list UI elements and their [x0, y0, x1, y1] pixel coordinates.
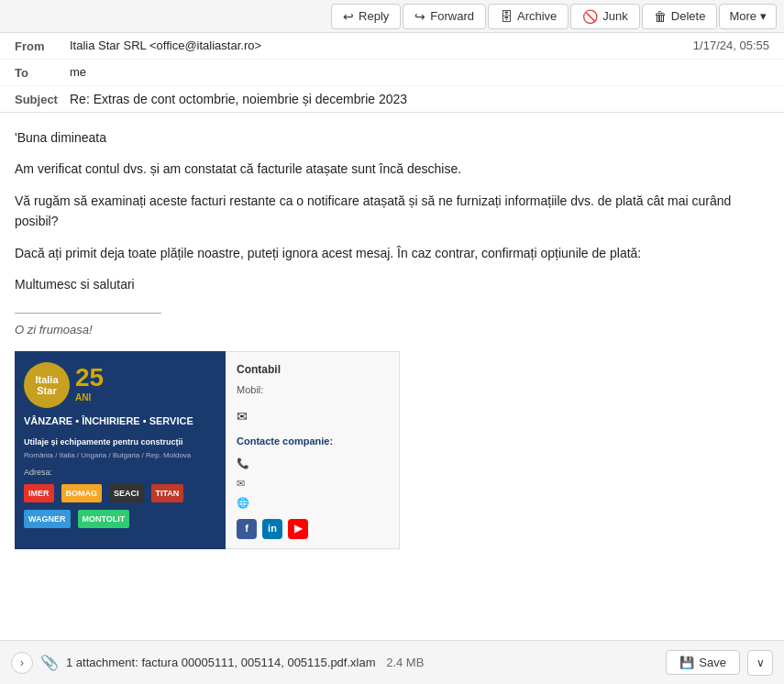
sig-address: Adresa:: [24, 466, 216, 479]
anni-number: 25: [75, 365, 104, 391]
sig-contacts-section-title: Contacte companie:: [237, 434, 388, 450]
partner-logo-montolit: MONTOLIT: [78, 510, 130, 528]
sig-tagline: O zi frumoasa!: [15, 321, 769, 340]
partner-logo-titan: TITAN: [151, 484, 184, 502]
delete-button[interactable]: 🗑 Delete: [642, 4, 718, 29]
linkedin-label: in: [268, 521, 277, 537]
social-facebook-icon[interactable]: f: [237, 519, 257, 539]
subject-value: Re: Extras de cont octombrie, noiembrie …: [70, 92, 407, 106]
email-signature: O zi frumoasa! ItaliaStar 25 ANI VÂNZARE…: [15, 313, 769, 548]
sig-contact-title: Contabil: [237, 361, 388, 379]
sig-company-title: VÂNZARE • ÎNCHIRIERE • SERVICE: [24, 414, 216, 430]
facebook-label: f: [245, 521, 248, 537]
body-para3: Dacă ați primit deja toate plățile noast…: [15, 243, 769, 263]
email-toolbar: ↩ Reply ↪ Forward 🗄 Archive 🚫 Junk 🗑 Del…: [0, 0, 784, 33]
forward-label: Forward: [430, 9, 474, 23]
email-body: 'Buna dimineata Am verificat contul dvs.…: [0, 113, 784, 623]
email-header: From Italia Star SRL <office@italiastar.…: [0, 33, 784, 113]
company-logo: ItaliaStar: [24, 362, 70, 408]
from-value: Italia Star SRL <office@italiastar.ro>: [70, 39, 693, 52]
reply-icon: ↩: [343, 9, 354, 24]
partner-logo-wagner: WAGNER: [24, 510, 71, 528]
mobile-label: Mobil:: [237, 384, 263, 395]
sig-logo-area: ItaliaStar 25 ANI: [24, 362, 216, 408]
subject-row: Subject Re: Extras de cont octombrie, no…: [0, 86, 784, 112]
partner-logo-bomag: BOMAG: [61, 484, 103, 502]
youtube-label: ▶: [294, 521, 302, 537]
more-button[interactable]: More ▾: [719, 4, 777, 29]
sig-right-panel: Contabil Mobil: ✉ Contacte companie: 📞 ✉…: [226, 351, 400, 549]
sig-social-links: f in ▶: [237, 519, 388, 539]
partner-logo-imer: IMER: [24, 484, 54, 502]
social-linkedin-icon[interactable]: in: [262, 519, 282, 539]
sig-card: ItaliaStar 25 ANI VÂNZARE • ÎNCHIRIERE •…: [15, 351, 400, 549]
sender-name: Italia Star SRL: [70, 39, 146, 52]
from-row: From Italia Star SRL <office@italiastar.…: [0, 33, 784, 60]
partner-logo-senci: SEACI: [109, 484, 144, 502]
sig-contact-mobile: Mobil:: [237, 382, 388, 399]
body-closing: Multumesc si salutari: [15, 274, 769, 294]
subject-label: Subject: [15, 93, 70, 106]
body-para1: Am verificat contul dvs. și am constatat…: [15, 159, 769, 179]
sig-contact-email-1: ✉: [237, 476, 388, 492]
archive-label: Archive: [517, 9, 557, 23]
email-icon-1: ✉: [237, 476, 245, 492]
delete-icon: 🗑: [654, 9, 667, 24]
reply-button[interactable]: ↩ Reply: [331, 4, 401, 29]
ani-label: ANI: [75, 391, 104, 405]
to-label: To: [15, 65, 70, 80]
forward-icon: ↪: [414, 9, 425, 24]
body-greeting: 'Buna dimineata: [15, 127, 769, 148]
junk-label: Junk: [602, 9, 627, 23]
sender-email: office@italiastar.ro: [157, 39, 255, 52]
email-date: 1/17/24, 05:55: [693, 39, 769, 52]
sig-countries: România / Italia / Ungaria / Bulgaria / …: [24, 450, 216, 462]
sig-left-panel: ItaliaStar 25 ANI VÂNZARE • ÎNCHIRIERE •…: [15, 351, 226, 549]
archive-button[interactable]: 🗄 Archive: [488, 4, 569, 29]
sig-email-icon: ✉: [237, 406, 388, 426]
phone-icon-1: 📞: [237, 456, 249, 472]
to-value: me: [70, 65, 769, 79]
delete-label: Delete: [671, 9, 706, 23]
anni-container: 25 ANI: [75, 365, 104, 405]
forward-button[interactable]: ↪ Forward: [403, 4, 486, 29]
partner-logos: IMER BOMAG SEACI TITAN WAGNER MONTOLIT: [24, 484, 216, 528]
sig-company-desc: Utilaje și echipamente pentru construcți…: [24, 436, 216, 448]
reply-label: Reply: [359, 9, 389, 23]
body-para2: Vă rugăm să examinați aceste facturi res…: [15, 191, 769, 232]
more-chevron-icon: ▾: [760, 9, 767, 23]
social-youtube-icon[interactable]: ▶: [288, 519, 308, 539]
more-label: More: [729, 9, 756, 23]
to-row: To me: [0, 60, 784, 86]
sig-contact-web-1: 🌐: [237, 495, 388, 512]
from-label: From: [15, 39, 70, 53]
web-icon-1: 🌐: [237, 495, 249, 512]
sig-contact-phone-1: 📞: [237, 456, 388, 472]
logo-text: ItaliaStar: [35, 374, 58, 396]
sig-divider: [15, 313, 161, 314]
junk-button[interactable]: 🚫 Junk: [570, 4, 639, 29]
archive-icon: 🗄: [500, 9, 513, 24]
address-label: Adresa:: [24, 468, 52, 477]
junk-icon: 🚫: [582, 9, 598, 24]
